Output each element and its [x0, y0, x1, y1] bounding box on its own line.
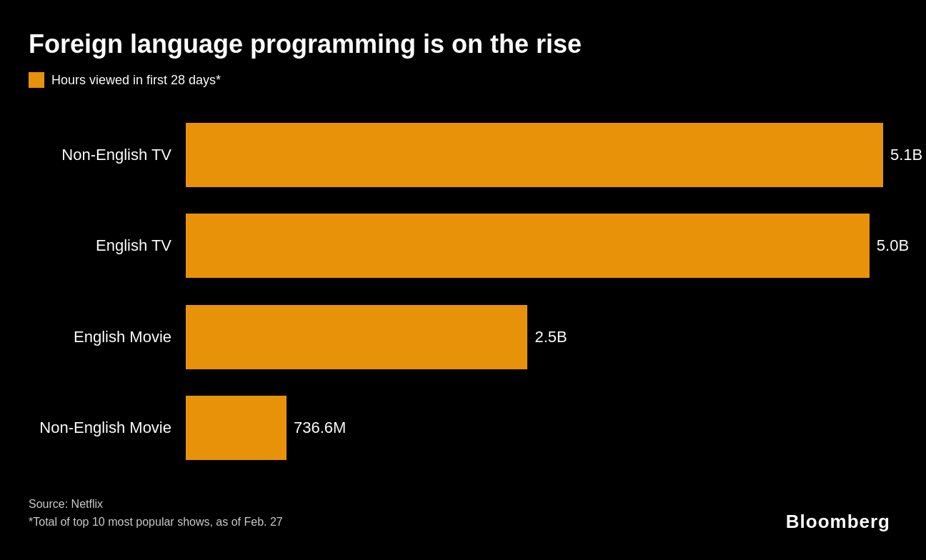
- bar-row: English TV5.0B: [29, 214, 883, 278]
- footer-source: Source: Netflix: [29, 495, 883, 514]
- bar-label: Non-English TV: [29, 146, 186, 164]
- bars-area: Non-English TV5.1BEnglish TV5.0BEnglish …: [29, 109, 883, 488]
- bar-track: 5.1B: [186, 123, 883, 187]
- bar-value: 5.0B: [877, 236, 909, 255]
- bar-fill: [186, 396, 287, 460]
- bar-value: 2.5B: [534, 328, 567, 346]
- bar-fill: [186, 214, 870, 278]
- bar-fill: [186, 305, 527, 369]
- legend-color-box: [29, 72, 44, 88]
- chart-footer: Source: Netflix *Total of top 10 most po…: [29, 495, 883, 531]
- bar-track: 736.6M: [186, 396, 883, 460]
- chart-container: Foreign language programming is on the r…: [0, 0, 926, 560]
- footer-note: *Total of top 10 most popular shows, as …: [29, 513, 883, 531]
- bar-row: English Movie2.5B: [29, 305, 883, 369]
- chart-legend: Hours viewed in first 28 days*: [29, 72, 883, 88]
- bloomberg-text: Bloomberg: [786, 511, 890, 532]
- bloomberg-logo: Bloomberg: [786, 511, 890, 533]
- bar-row: Non-English Movie736.6M: [29, 396, 883, 460]
- bar-track: 5.0B: [186, 214, 883, 278]
- bar-value: 5.1B: [890, 146, 922, 164]
- bar-label: Non-English Movie: [29, 419, 186, 437]
- bar-row: Non-English TV5.1B: [29, 123, 883, 187]
- bar-value: 736.6M: [294, 419, 346, 437]
- legend-label: Hours viewed in first 28 days*: [51, 73, 221, 88]
- bar-track: 2.5B: [186, 305, 883, 369]
- bar-fill: [186, 123, 883, 187]
- bar-label: English Movie: [29, 328, 186, 346]
- chart-title: Foreign language programming is on the r…: [29, 29, 883, 59]
- bar-label: English TV: [29, 236, 186, 255]
